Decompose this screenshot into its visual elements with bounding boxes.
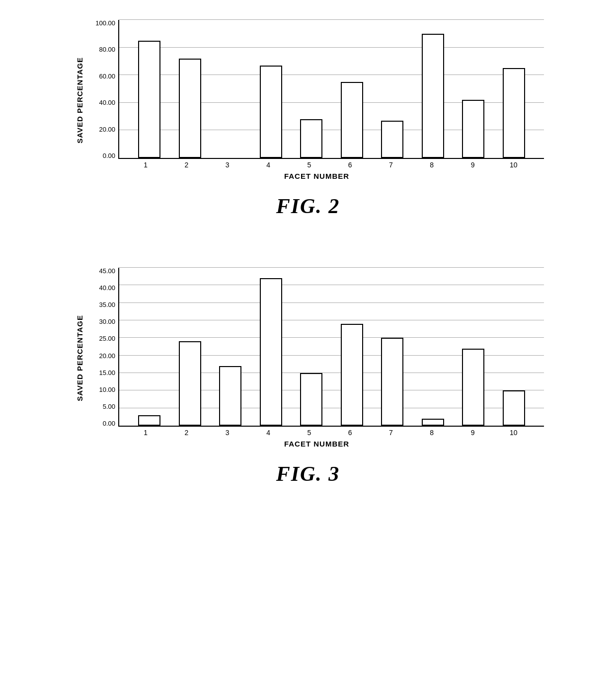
y-tick-label: 100.00 [89,20,115,26]
bar-group [210,20,251,158]
x-tick-label: 1 [125,429,166,437]
bar-group [210,268,251,426]
bar [462,349,484,426]
y-tick-label: 35.00 [89,301,115,308]
figure-3-container: SAVED PERCENTAGE 0.005.0010.0015.0020.00… [30,268,586,486]
bar [179,341,201,426]
x-tick-label: 6 [329,429,370,437]
x-axis-labels-3: 12345678910 [115,429,544,437]
y-tick-label: 60.00 [89,73,115,79]
x-tick-label: 2 [166,429,207,437]
x-tick-label: 3 [207,161,248,169]
chart-2-plot [118,20,544,159]
x-tick-label: 5 [289,429,329,437]
bar-group [291,20,332,158]
figure-2-label: FIG. 2 [276,194,340,218]
x-tick-label: 4 [248,429,289,437]
bar [503,390,525,426]
y-tick-label: 20.00 [89,353,115,359]
x-tick-label: 5 [289,161,329,169]
bar [219,366,241,426]
bar [381,338,403,426]
bar [300,373,322,426]
y-tick-label: 0.00 [89,152,115,159]
bar [260,66,282,158]
y-tick-label: 0.00 [89,420,115,427]
bar [138,41,160,158]
bar [422,34,444,158]
x-tick-label: 7 [371,161,411,169]
bar-group [413,268,454,426]
x-tick-label: 10 [493,429,534,437]
bar [179,59,201,158]
x-axis-title-2: FACET NUMBER [89,172,544,180]
bar-group [170,268,211,426]
bar-group [251,268,292,426]
x-tick-label: 9 [452,429,493,437]
bar-group [251,20,292,158]
y-tick-label: 15.00 [89,370,115,376]
x-tick-label: 2 [166,161,207,169]
bar [462,100,484,158]
bar [341,82,363,158]
y-ticks-2: 0.0020.0040.0060.0080.00100.00 [89,20,115,159]
y-ticks-3: 0.005.0010.0015.0020.0025.0030.0035.0040… [89,268,115,427]
x-axis-title-3: FACET NUMBER [89,440,544,448]
chart-3-area: 0.005.0010.0015.0020.0025.0030.0035.0040… [89,268,544,448]
figure-3-label: FIG. 3 [276,462,340,486]
bar-group [129,268,170,426]
bar-group [453,20,494,158]
bar-group [170,20,211,158]
bar [422,419,444,426]
y-tick-label: 5.00 [89,403,115,410]
x-tick-label: 1 [125,161,166,169]
x-tick-label: 8 [411,161,452,169]
figure-2-container: SAVED PERCENTAGE 0.0020.0040.0060.0080.0… [30,20,586,218]
chart-3-plot-row: 0.005.0010.0015.0020.0025.0030.0035.0040… [89,268,544,427]
x-tick-label: 3 [207,429,248,437]
x-tick-label: 10 [493,161,534,169]
y-tick-label: 45.00 [89,268,115,274]
bar-group [494,20,535,158]
chart-2-area: 0.0020.0040.0060.0080.00100.00 123456789… [89,20,544,180]
bar [341,324,363,426]
y-tick-label: 80.00 [89,46,115,53]
y-axis-label-3: SAVED PERCENTAGE [76,315,84,401]
x-axis-labels-2: 12345678910 [115,161,544,169]
y-axis-label-2-container: SAVED PERCENTAGE [72,20,87,180]
chart-3-wrapper: SAVED PERCENTAGE 0.005.0010.0015.0020.00… [72,268,544,448]
y-tick-label: 25.00 [89,335,115,342]
chart-3-plot [118,268,544,427]
bar-group [332,20,373,158]
bar-group [413,20,454,158]
chart-2-wrapper: SAVED PERCENTAGE 0.0020.0040.0060.0080.0… [72,20,544,180]
x-tick-label: 7 [371,429,411,437]
chart-2-plot-row: 0.0020.0040.0060.0080.00100.00 [89,20,544,159]
bar-group [332,268,373,426]
y-tick-label: 40.00 [89,99,115,106]
y-axis-label-2: SAVED PERCENTAGE [76,57,84,144]
y-tick-label: 40.00 [89,285,115,291]
x-tick-label: 4 [248,161,289,169]
bar-group [129,20,170,158]
bar-group [291,268,332,426]
y-tick-label: 10.00 [89,386,115,393]
bar [381,121,403,158]
x-tick-label: 8 [411,429,452,437]
bar [260,278,282,426]
bar-group [372,20,413,158]
bar-group [372,268,413,426]
y-axis-label-3-container: SAVED PERCENTAGE [72,268,87,448]
bar-group [453,268,494,426]
bar [503,68,525,158]
x-tick-label: 6 [329,161,370,169]
bar [138,415,160,426]
chart-3-bars [119,268,544,426]
x-tick-label: 9 [452,161,493,169]
y-tick-label: 20.00 [89,126,115,133]
bar-group [494,268,535,426]
chart-2-bars [119,20,544,158]
bar [300,119,322,158]
y-tick-label: 30.00 [89,318,115,325]
